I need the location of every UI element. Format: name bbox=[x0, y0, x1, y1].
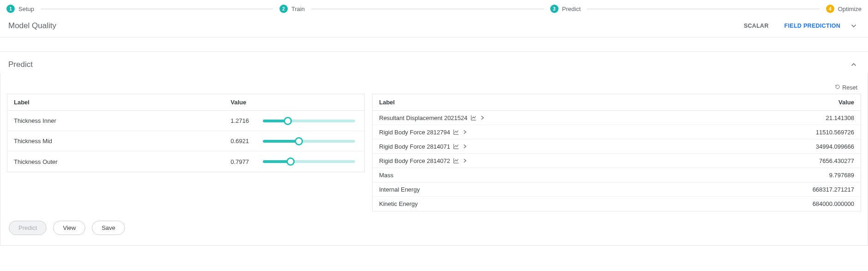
chart-icon[interactable] bbox=[453, 157, 459, 164]
step-label: Setup bbox=[18, 6, 34, 12]
outputs-header-label: Label bbox=[379, 99, 771, 106]
chart-icon[interactable] bbox=[453, 143, 459, 150]
input-row: Thickness Outer0.7977 bbox=[7, 151, 364, 172]
input-row: Thickness Inner1.2716 bbox=[7, 111, 364, 131]
chevron-right-icon[interactable] bbox=[462, 158, 468, 163]
output-label: Rigid Body Force 2814071 bbox=[379, 143, 450, 150]
stepper: 1 Setup 2 Train 3 Predict 4 Optimize bbox=[0, 0, 868, 13]
output-label: Internal Energy bbox=[379, 186, 420, 193]
inputs-header-value: Value bbox=[231, 99, 263, 106]
output-value: 11510.569726 bbox=[771, 129, 854, 136]
step-setup[interactable]: 1 Setup bbox=[6, 5, 34, 13]
inputs-table: Label Value Thickness Inner1.2716Thickne… bbox=[7, 94, 365, 172]
input-value: 0.7977 bbox=[231, 158, 263, 165]
step-train[interactable]: 2 Train bbox=[279, 5, 305, 13]
output-label: Kinetic Energy bbox=[379, 200, 418, 207]
step-optimize[interactable]: 4 Optimize bbox=[826, 5, 862, 13]
chevron-right-icon[interactable] bbox=[480, 115, 485, 120]
output-row: Kinetic Energy684000.000000 bbox=[373, 197, 861, 211]
output-label: Rigid Body Force 2814072 bbox=[379, 157, 450, 164]
output-label: Resultant Displacement 2021524 bbox=[379, 114, 468, 121]
output-label: Rigid Body Force 2812794 bbox=[379, 129, 450, 136]
save-button[interactable]: Save bbox=[92, 221, 125, 235]
chevron-right-icon[interactable] bbox=[462, 144, 468, 149]
output-value: 684000.000000 bbox=[771, 200, 854, 207]
step-badge: 1 bbox=[6, 5, 15, 13]
input-row: Thickness Mid0.6921 bbox=[7, 131, 364, 151]
chevron-up-icon[interactable] bbox=[850, 60, 858, 69]
input-label: Thickness Mid bbox=[14, 138, 231, 145]
input-value: 0.6921 bbox=[231, 138, 263, 145]
input-label: Thickness Outer bbox=[14, 158, 231, 165]
output-row: Rigid Body Force 281279411510.569726 bbox=[373, 125, 861, 139]
step-predict[interactable]: 3 Predict bbox=[550, 5, 581, 13]
input-slider[interactable] bbox=[263, 138, 355, 145]
output-row: Internal Energy668317.271217 bbox=[373, 182, 861, 197]
predict-toolbar: Reset bbox=[7, 79, 861, 94]
step-divider bbox=[587, 9, 820, 9]
output-value: 34994.099666 bbox=[771, 143, 854, 150]
step-label: Train bbox=[291, 6, 305, 12]
predict-header: Predict bbox=[0, 51, 868, 73]
output-value: 21.141308 bbox=[771, 114, 854, 121]
step-divider bbox=[41, 9, 273, 9]
output-row: Resultant Displacement 202152421.141308 bbox=[373, 111, 861, 125]
step-divider bbox=[311, 9, 544, 9]
model-quality-tabs: SCALAR FIELD PREDICTION bbox=[744, 23, 840, 29]
output-label: Mass bbox=[379, 172, 393, 179]
tab-field-prediction[interactable]: FIELD PREDICTION bbox=[785, 23, 840, 29]
reset-label: Reset bbox=[842, 84, 857, 91]
output-row: Rigid Body Force 28140727656.430277 bbox=[373, 154, 861, 168]
input-slider[interactable] bbox=[263, 158, 355, 165]
predict-button: Predict bbox=[9, 221, 47, 235]
inputs-header-label: Label bbox=[14, 99, 231, 106]
chevron-right-icon[interactable] bbox=[462, 129, 468, 135]
predict-title: Predict bbox=[8, 60, 850, 69]
output-row: Mass9.797689 bbox=[373, 168, 861, 182]
outputs-header-value: Value bbox=[771, 99, 854, 106]
view-button[interactable]: View bbox=[53, 221, 85, 235]
output-value: 7656.430277 bbox=[771, 157, 854, 164]
input-slider[interactable] bbox=[263, 117, 355, 125]
model-quality-title: Model Quality bbox=[8, 21, 744, 30]
output-value: 668317.271217 bbox=[771, 186, 854, 193]
chart-icon[interactable] bbox=[470, 114, 477, 121]
step-badge: 2 bbox=[279, 5, 288, 13]
step-label: Predict bbox=[562, 6, 581, 12]
action-buttons: Predict View Save bbox=[7, 211, 861, 235]
inputs-header-row: Label Value bbox=[7, 94, 364, 111]
outputs-table: Label Value Resultant Displacement 20215… bbox=[372, 94, 861, 211]
output-value: 9.797689 bbox=[771, 172, 854, 179]
reset-icon bbox=[835, 84, 840, 91]
chart-icon[interactable] bbox=[453, 129, 459, 135]
chevron-down-icon[interactable] bbox=[850, 22, 858, 30]
step-badge: 4 bbox=[826, 5, 834, 13]
model-quality-header: Model Quality SCALAR FIELD PREDICTION bbox=[0, 13, 868, 37]
input-label: Thickness Inner bbox=[14, 117, 231, 124]
input-value: 1.2716 bbox=[231, 117, 263, 124]
output-row: Rigid Body Force 281407134994.099666 bbox=[373, 139, 861, 154]
predict-body: Reset Label Value Thickness Inner1.2716T… bbox=[0, 73, 868, 246]
step-label: Optimize bbox=[838, 6, 862, 12]
tab-scalar[interactable]: SCALAR bbox=[744, 23, 769, 29]
reset-button[interactable]: Reset bbox=[835, 84, 857, 91]
step-badge: 3 bbox=[550, 5, 559, 13]
outputs-header-row: Label Value bbox=[373, 94, 861, 111]
